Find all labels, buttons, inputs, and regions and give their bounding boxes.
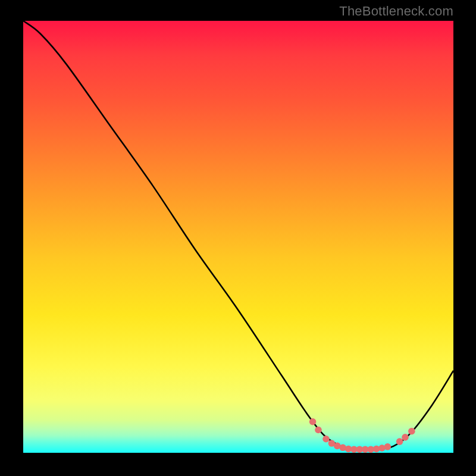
highlight-dot xyxy=(315,427,322,434)
highlight-dot xyxy=(402,434,409,441)
highlight-dot xyxy=(408,428,415,435)
chart-frame: TheBottleneck.com xyxy=(0,0,476,476)
bottleneck-curve xyxy=(23,21,453,450)
chart-svg xyxy=(23,21,453,453)
highlight-dot xyxy=(384,443,392,450)
highlight-dot xyxy=(322,436,330,443)
plot-area xyxy=(23,21,453,453)
watermark-label: TheBottleneck.com xyxy=(339,4,453,19)
highlight-dot xyxy=(309,418,317,425)
highlight-dot xyxy=(396,438,403,445)
